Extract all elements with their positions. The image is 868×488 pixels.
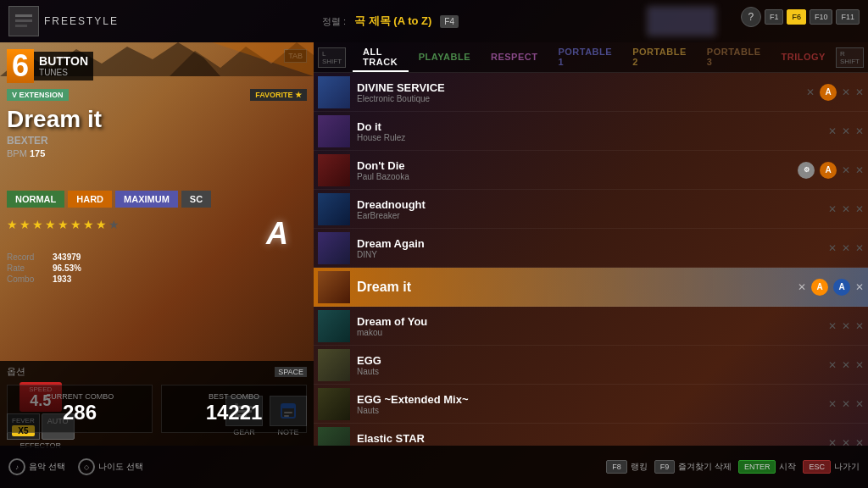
tab-respect[interactable]: RESPECT [481,42,548,72]
track-artist: Nauts [357,406,821,415]
track-name: Dream Again DINY [357,237,821,259]
track-title: Dream of You [357,315,821,328]
track-thumb [318,349,350,381]
difficulty-select-item[interactable]: ◇ 나이도 선택 [78,458,143,475]
track-artist: Paul Bazooka [357,172,791,181]
music-select-item[interactable]: ♪ 음악 선택 [8,458,65,475]
rshift-label: R SHIFT [836,47,864,68]
track-row[interactable]: Elastic STAR Forte Escape ✕ ✕ ✕ [314,424,868,446]
f1-key[interactable]: F1 [765,9,784,25]
track-thumb [318,193,350,225]
track-row[interactable]: Dreadnought EarBreaker ✕ ✕ ✕ [314,190,868,229]
tab-portable2[interactable]: PORTABLE 2 [622,42,697,72]
track-artist: makou [357,328,821,337]
track-actions: ✕ ✕ ✕ [828,359,864,371]
track-x-1: ✕ [798,281,806,293]
track-thumb [318,76,350,108]
diff-maximum[interactable]: MAXIMUM [115,191,178,208]
freestyle-logo: FREESTYLE [8,6,119,36]
top-bar-left: FREESTYLE [0,6,127,36]
track-thumb [318,310,350,342]
bpm-label: BPM [7,148,27,158]
track-x-3: ✕ [855,398,864,410]
track-title: EGG ~Extended Mix~ [357,393,821,406]
track-row-selected[interactable]: Dream it ✕ A A ✕ [314,268,868,307]
tunes-label: TUNES [39,68,88,77]
tab-portable3[interactable]: PORTABLE 3 [697,42,771,72]
track-x-1: ✕ [828,242,837,254]
esc-text: 나가기 [834,461,860,473]
track-a-orange: A [820,84,837,101]
track-artist: House Rulez [357,133,821,142]
track-row[interactable]: Dream of You makou ✕ ✕ ✕ [314,307,868,346]
track-name: DIVINE SERVICE Electronic Boutique [357,81,799,103]
track-list: DIVINE SERVICE Electronic Boutique ✕ A ✕… [314,73,868,446]
track-x-2: ✕ [842,320,850,332]
track-row[interactable]: Dream Again DINY ✕ ✕ ✕ [314,229,868,268]
enter-item[interactable]: ENTER 시작 [738,460,797,474]
track-x-3: ✕ [855,203,864,215]
record-value: 343979 [53,252,81,262]
track-title: Dreadnought [357,198,821,211]
esc-key: ESC [803,460,831,474]
grade-letter: A [266,216,288,252]
track-row[interactable]: DIVINE SERVICE Electronic Boutique ✕ A ✕… [314,73,868,112]
freestyle-icon [8,6,39,36]
f10-key[interactable]: F10 [810,9,833,25]
star-2: ★ [19,218,31,231]
star-9: ★ [108,218,120,231]
song-title: Dream it [7,106,102,133]
f9-item[interactable]: F9 즐겨찾기 삭제 [654,460,732,474]
track-title: Dream it [357,280,791,295]
song-card: 6 BUTTON TUNES TAB V EXTENSION FAVORITE … [0,42,314,446]
track-row[interactable]: EGG ~Extended Mix~ Nauts ✕ ✕ ✕ [314,385,868,424]
track-x-1: ✕ [842,164,850,176]
diff-normal[interactable]: NORMAL [7,191,64,208]
track-artist: EarBreaker [357,211,821,220]
svg-rect-0 [15,14,32,17]
f11-key[interactable]: F11 [836,9,860,25]
tab-trilogy[interactable]: TRILOGY [771,42,836,72]
help-button[interactable]: ? [741,7,761,27]
best-combo-value: 14221 [169,401,299,425]
music-select-icon: ♪ [8,458,25,475]
f6-key[interactable]: F6 [787,9,806,25]
tag-row: V EXTENSION FAVORITE ★ [7,89,307,101]
bottom-bar: ♪ 음악 선택 ◇ 나이도 선택 F8 랭킹 F9 즐겨찾기 삭제 ENTER … [0,446,868,488]
score-row: Record 343979 Rate 96.53% Combo 1933 [7,252,81,286]
best-combo-box: Best Combo 14221 [161,385,307,433]
esc-item[interactable]: ESC 나가기 [803,460,860,474]
rate-label: Rate [7,263,49,273]
track-row[interactable]: Don't Die Paul Bazooka ⚙ A ✕ ✕ [314,151,868,190]
track-actions: ✕ A A ✕ [798,279,864,296]
track-x-2: ✕ [842,242,850,254]
diff-sc[interactable]: SC [181,191,211,208]
bottom-right: F8 랭킹 F9 즐겨찾기 삭제 ENTER 시작 ESC 나가기 [606,460,860,474]
options-header: 옵션 SPACE [7,365,307,378]
f8-item[interactable]: F8 랭킹 [606,460,648,474]
tab-playable[interactable]: PLAYABLE [409,42,481,72]
track-x-2: ✕ [842,437,850,446]
star-6: ★ [70,218,81,231]
track-row[interactable]: Do it House Rulez ✕ ✕ ✕ [314,112,868,151]
tabs-row: L SHIFT ALL TRACK PLAYABLE RESPECT PORTA… [314,42,868,73]
enter-text: 시작 [779,461,796,473]
track-x-3: ✕ [855,320,864,332]
track-x-2: ✕ [855,164,864,176]
record-label: Record [7,252,49,262]
sort-shortcut: F4 [440,15,459,28]
song-bpm: BPM 175 [7,148,102,158]
avatar-box [648,7,715,36]
track-row[interactable]: EGG Nauts ✕ ✕ ✕ [314,346,868,385]
mode-label: FREESTYLE [44,15,119,27]
track-actions: ✕ ✕ ✕ [828,125,864,137]
top-bar: FREESTYLE 정렬 : 곡 제목 (A to Z) F4 ? F1 F6 … [0,0,868,42]
track-x-1: ✕ [828,203,837,215]
six-text-block: BUTTON TUNES [34,52,93,80]
tab-portable1[interactable]: PORTABLE 1 [548,42,622,72]
track-thumb [318,115,350,147]
tab-all[interactable]: ALL TRACK [353,42,409,72]
diff-hard[interactable]: HARD [68,191,112,208]
best-combo-label: Best Combo [169,392,299,401]
current-combo-box: Current Combo 286 [7,385,153,433]
